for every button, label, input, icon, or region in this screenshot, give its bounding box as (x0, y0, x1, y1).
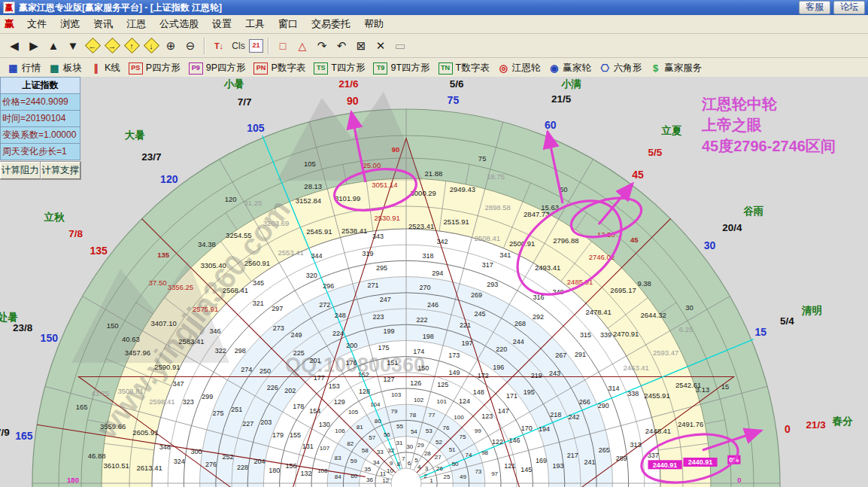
svg-text:5/5: 5/5 (648, 147, 663, 158)
module-t-square[interactable]: TST四方形 (311, 60, 370, 76)
zoom-in-icon[interactable]: ⊕ (162, 37, 180, 55)
svg-text:175: 175 (378, 344, 389, 352)
module-winner-wheel[interactable]: ◉赢家轮 (545, 60, 596, 76)
gann-wheel-canvas[interactable]: www.yingjia360.comQQ:1008003602491.76254… (0, 77, 868, 487)
pan-down-icon[interactable]: ↓ (142, 37, 160, 55)
svg-text:7/9: 7/9 (0, 427, 10, 438)
module-t-table[interactable]: TNT数字表 (436, 60, 495, 76)
nav-next-icon[interactable]: ▶ (25, 37, 43, 55)
svg-text:3305.40: 3305.40 (200, 261, 226, 269)
svg-text:90: 90 (347, 95, 359, 107)
pan-up-icon[interactable]: ↑ (123, 37, 141, 55)
pan-right-icon[interactable]: → (103, 37, 121, 55)
svg-text:0: 0 (737, 476, 741, 484)
svg-text:73: 73 (475, 468, 481, 475)
svg-text:105: 105 (348, 409, 359, 415)
svg-text:343: 343 (372, 233, 384, 240)
svg-text:2575.91: 2575.91 (193, 305, 218, 313)
menu-item-news[interactable]: 资讯 (86, 16, 120, 32)
module-quotes[interactable]: ▦行情 (5, 60, 46, 76)
menu-item-trade-order[interactable]: 交易委托 (305, 16, 357, 32)
module-kline[interactable]: ∥K线 (87, 60, 126, 76)
svg-text:3559.66: 3559.66 (100, 422, 126, 431)
menu-item-window[interactable]: 窗口 (272, 16, 305, 32)
svg-text:338: 338 (627, 390, 639, 397)
zoom-out-icon[interactable]: ⊖ (181, 37, 199, 55)
svg-text:217: 217 (567, 452, 578, 459)
menu-item-gann[interactable]: 江恩 (120, 16, 153, 32)
svg-text:2593.47: 2593.47 (653, 349, 678, 357)
svg-text:120: 120 (160, 173, 178, 185)
svg-text:2523.41: 2523.41 (408, 222, 434, 230)
module-sectors[interactable]: ▩板块 (46, 60, 87, 76)
svg-text:83: 83 (335, 455, 341, 461)
svg-text:5: 5 (414, 457, 418, 464)
menu-item-tools[interactable]: 工具 (238, 16, 272, 32)
svg-text:153: 153 (329, 382, 340, 390)
svg-text:4: 4 (417, 464, 421, 470)
svg-text:317: 317 (482, 261, 493, 269)
module-winner-service[interactable]: $赢家服务 (647, 60, 707, 76)
nav-prev-icon[interactable]: ◀ (5, 37, 23, 55)
module-label: P四方形 (146, 62, 181, 75)
svg-text:150: 150 (417, 364, 429, 372)
forum-button[interactable]: 论坛 (833, 1, 865, 14)
shrink-icon[interactable]: ✕ (372, 37, 390, 55)
triangle-tool-icon[interactable]: △ (293, 37, 311, 55)
rotate-cw-icon[interactable]: ↷ (313, 37, 331, 55)
svg-text:172: 172 (478, 372, 489, 379)
svg-text:74: 74 (466, 452, 472, 458)
calendar-icon[interactable]: 21 (249, 39, 263, 53)
module-p-table[interactable]: PNP数字表 (250, 60, 311, 76)
title-bar: 赢 赢家江恩专业版[赢家服务平台] - [上证指数 江恩轮] 客服 论坛 (0, 0, 868, 15)
calc-resistance-button[interactable]: 计算阻力 (0, 162, 41, 179)
calc-support-button[interactable]: 计算支撑 (41, 162, 81, 179)
svg-text:225: 225 (293, 349, 305, 357)
menu-item-settings[interactable]: 设置 (205, 16, 238, 32)
svg-text:3.13: 3.13 (696, 385, 710, 394)
svg-text:27: 27 (435, 454, 442, 461)
ps-icon: PS (129, 62, 143, 75)
customer-service-button[interactable]: 客服 (799, 1, 830, 14)
svg-text:2470.91: 2470.91 (613, 330, 639, 338)
svg-text:107: 107 (320, 445, 330, 452)
svg-text:58: 58 (362, 447, 369, 454)
svg-text:54: 54 (411, 428, 417, 435)
pan-left-icon[interactable]: ← (83, 37, 102, 55)
svg-text:218: 218 (550, 411, 561, 419)
svg-text:7/7: 7/7 (238, 96, 252, 108)
nav-down-icon[interactable]: ▼ (64, 37, 82, 55)
svg-text:3101.99: 3101.99 (335, 194, 360, 202)
rotate-ccw-icon[interactable]: ↶ (332, 37, 351, 55)
cls-button[interactable]: Cls (229, 37, 247, 55)
module-9p-square[interactable]: P99P四方形 (186, 60, 251, 76)
module-hexagon[interactable]: ⎔六角形 (596, 60, 648, 76)
module-label: T数字表 (456, 62, 490, 75)
gann-wheel-chart[interactable]: www.yingjia360.comQQ:1008003602491.76254… (0, 77, 868, 487)
t-line-icon[interactable]: T↓ (210, 37, 228, 55)
svg-text:3356.25: 3356.25 (168, 283, 193, 291)
nav-up-icon[interactable]: ▲ (44, 37, 62, 55)
menu-item-file[interactable]: 文件 (20, 16, 53, 32)
box-select-icon[interactable]: ⊠ (352, 37, 370, 55)
screen-icon[interactable]: ▭ (391, 37, 409, 55)
svg-text:6: 6 (408, 460, 411, 467)
module-p-square[interactable]: PSP四方形 (126, 60, 186, 76)
svg-text:169: 169 (536, 457, 547, 464)
module-9t-square[interactable]: T99T四方形 (370, 60, 435, 76)
svg-text:75: 75 (448, 94, 460, 106)
svg-text:2538.41: 2538.41 (341, 227, 367, 235)
square-tool-icon[interactable]: □ (274, 37, 292, 55)
svg-text:25: 25 (444, 473, 451, 480)
svg-text:2598.41: 2598.41 (149, 397, 175, 406)
svg-text:2448.41: 2448.41 (645, 427, 671, 435)
svg-text:21/3: 21/3 (806, 419, 827, 431)
menu-item-browse[interactable]: 浏览 (53, 16, 86, 32)
menu-item-formula-stock-pick[interactable]: 公式选股 (153, 16, 205, 32)
svg-text:2440.91: 2440.91 (688, 458, 713, 466)
svg-text:3610.51: 3610.51 (103, 461, 129, 470)
module-gann-wheel[interactable]: ◎江恩轮 (495, 60, 546, 76)
svg-text:339: 339 (600, 331, 612, 339)
module-label: 板块 (63, 62, 82, 75)
menu-item-help[interactable]: 帮助 (357, 16, 390, 32)
